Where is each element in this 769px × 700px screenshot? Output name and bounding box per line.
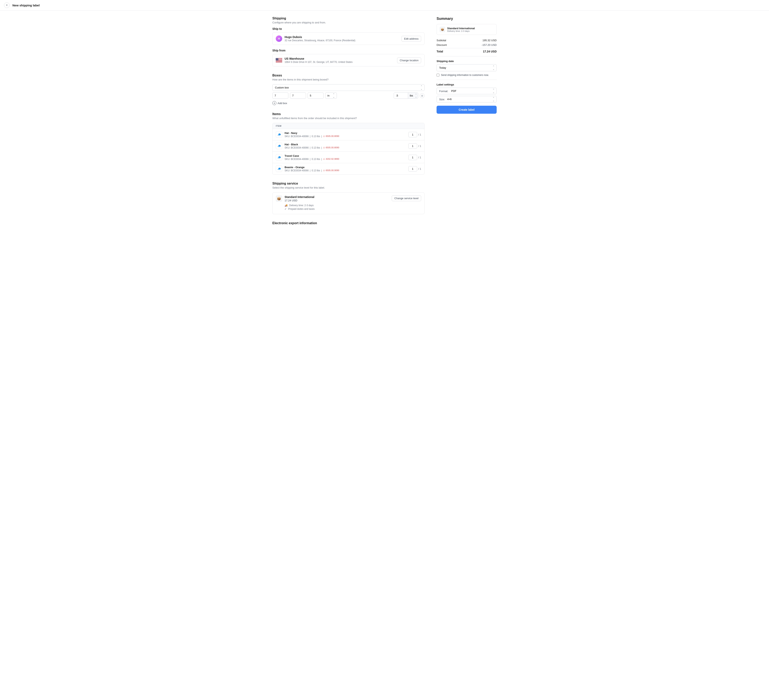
boxes-title: Boxes xyxy=(272,74,425,77)
service-icon: 📦 xyxy=(276,195,282,202)
item-weight: 0.13 lbs xyxy=(312,158,320,161)
meta-sep1: | xyxy=(310,135,310,138)
item-sku: SKU: BCE0034-40066 xyxy=(285,135,309,138)
us-flag-icon: ★ ★ ★ ★ ★ ★ ★ ★ ★ ★ ★ ★ ★ ★ ★ ★ ★ xyxy=(276,58,282,63)
shipping-title: Shipping xyxy=(272,17,425,20)
item-name: Hat - Navy xyxy=(285,132,406,135)
qty-wrapper: / 1 xyxy=(408,166,421,172)
ship-from-card: ★ ★ ★ ★ ★ ★ ★ ★ ★ ★ ★ ★ ★ ★ ★ ★ ★ US War… xyxy=(272,54,425,66)
meta-sep1: | xyxy=(310,169,310,172)
qty-input[interactable] xyxy=(408,155,417,160)
qty-wrapper: / 1 xyxy=(408,155,421,160)
qty-total: / 1 xyxy=(418,156,421,159)
item-name: Travel Case xyxy=(285,154,406,157)
qty-total: / 1 xyxy=(418,144,421,148)
shipping-date-label: Shipping date xyxy=(436,59,497,63)
item-warning: ⚠ 6505.00.9090 xyxy=(323,169,339,172)
unit-select[interactable]: in cm xyxy=(325,93,337,98)
size-select-wrapper: Size: 4×6 8.5×11 ⌃⌄ xyxy=(436,96,497,103)
subtotal-label: Subtotal xyxy=(436,39,446,42)
item-icon: 🧢 xyxy=(276,143,282,149)
item-icon: 🧢 xyxy=(276,165,282,172)
subtotal-line: Subtotal 195.32 USD xyxy=(436,39,497,42)
create-label-button[interactable]: Create label xyxy=(436,106,497,114)
ship-to-label: Ship to xyxy=(272,27,425,31)
edit-address-button[interactable]: Edit address xyxy=(402,36,421,42)
height-input[interactable] xyxy=(290,93,306,99)
check-icon: ✓ xyxy=(285,207,286,210)
summary-service-name: Standard International xyxy=(447,27,475,30)
qty-input[interactable] xyxy=(408,166,417,172)
item-name: Hat - Black xyxy=(285,143,406,146)
boxes-section: Boxes How are the items in this shipment… xyxy=(272,74,425,105)
summary-title: Summary xyxy=(436,17,497,21)
shipping-section: Shipping Configure where you are shippin… xyxy=(272,17,425,66)
item-warning: ⚠ 6505.00.8090 xyxy=(323,146,339,149)
service-card: 📦 Standard International 17.24 USD Chang… xyxy=(272,193,425,214)
summary-service-icon: 📦 xyxy=(439,27,445,32)
customer-address: 32 rue Descartes, Strasbourg, Alsace, 67… xyxy=(285,39,399,42)
qty-total: / 1 xyxy=(418,133,421,136)
item-details: Hat - Black SKU: BCE0034-40066 | 0.13 lb… xyxy=(285,143,406,149)
items-table: ITEM 🧢 Hat - Navy SKU: BCE0034-40066 | 0… xyxy=(272,123,425,175)
item-meta: SKU: BCE0034-40066 | 0.13 lbs | ⚠ 6505.0… xyxy=(285,135,406,138)
items-title: Items xyxy=(272,112,425,116)
width-input[interactable] xyxy=(272,93,288,99)
left-panel: Shipping Configure where you are shippin… xyxy=(272,17,436,232)
item-meta: SKU: BCE0034-40066 | 0.13 lbs | ⚠ 6505.0… xyxy=(285,146,406,149)
warehouse-info: US Warehouse 1664 S Dixie Drive H 107, S… xyxy=(285,57,395,63)
discount-line: Discount -157.20 USD xyxy=(436,43,497,47)
item-details: Travel Case SKU: BCE0034-40066 | 0.13 lb… xyxy=(285,154,406,161)
item-sku: SKU: BCE0034-40066 xyxy=(285,169,309,172)
summary-service-info: Standard International Delivery time: 2-… xyxy=(447,27,475,32)
size-select[interactable]: 4×6 8.5×11 xyxy=(437,96,496,102)
svg-rect-4 xyxy=(276,61,282,61)
add-box-label: Add box xyxy=(278,102,287,105)
qty-wrapper: / 1 xyxy=(408,143,421,149)
svg-rect-5 xyxy=(276,61,282,61)
remove-box-button[interactable]: ⊗ xyxy=(420,93,425,98)
item-icon: 🧢 xyxy=(276,154,282,161)
meta-sep1: | xyxy=(310,146,310,149)
add-box-plus-icon: + xyxy=(272,101,276,105)
close-button[interactable]: × xyxy=(4,2,10,8)
total-label: Total xyxy=(436,50,443,53)
format-select[interactable]: PDF PNG ZPL xyxy=(437,88,496,94)
shipping-date-select[interactable]: Today Tomorrow Custom xyxy=(437,64,496,71)
service-info: Standard International 17.24 USD xyxy=(285,195,389,202)
meta-sep2: | xyxy=(321,135,322,138)
box-type-select[interactable]: Custom box Letter Flat Rate Box xyxy=(273,85,424,91)
meta-sep2: | xyxy=(321,169,322,172)
item-weight: 0.13 lbs xyxy=(312,135,320,138)
discount-label: Discount xyxy=(436,43,447,47)
change-location-button[interactable]: Change location xyxy=(397,58,421,63)
top-bar: × New shipping label xyxy=(0,0,769,11)
item-warning: ⚠ 6505.00.8090 xyxy=(323,135,339,138)
subtotal-value: 195.32 USD xyxy=(483,39,497,42)
item-details: Hat - Navy SKU: BCE0034-40066 | 0.13 lbs… xyxy=(285,132,406,138)
weight-input[interactable] xyxy=(394,93,408,98)
add-box-button[interactable]: + Add box xyxy=(272,101,287,105)
item-weight: 0.13 lbs xyxy=(312,146,320,149)
weight-input-wrapper: lbs kg oz ⌃⌄ xyxy=(394,93,418,99)
send-info-label: Send shipping information to customers n… xyxy=(441,74,489,77)
item-meta: SKU: BCE0034-40066 | 0.13 lbs | ⚠ 4202.9… xyxy=(285,158,406,161)
qty-input[interactable] xyxy=(408,132,417,137)
shipping-service-subtitle: Select the shipping service level for th… xyxy=(272,186,425,189)
warehouse-address: 1664 S Dixie Drive H 107, St. George, UT… xyxy=(285,61,395,63)
qty-input[interactable] xyxy=(408,143,417,149)
send-info-checkbox[interactable] xyxy=(436,74,439,77)
qty-wrapper: / 1 xyxy=(408,132,421,137)
item-sku: SKU: BCE0034-40066 xyxy=(285,146,309,149)
dimensions-row: in cm ⌃⌄ lbs kg oz ⌃⌄ xyxy=(272,93,425,99)
length-input[interactable] xyxy=(307,93,323,99)
item-details: Beanie - Orange SKU: BCE0034-40066 | 0.1… xyxy=(285,166,406,172)
delivery-time-detail: 🚚 Delivery time: 2-3 days xyxy=(285,204,421,207)
shipping-subtitle: Configure where you are shipping to and … xyxy=(272,21,425,24)
change-service-level-button[interactable]: Change service level xyxy=(392,195,421,201)
meta-sep1: | xyxy=(310,158,310,161)
discount-value: -157.20 USD xyxy=(482,43,497,47)
service-name: Standard International xyxy=(285,195,389,199)
weight-unit-select[interactable]: lbs kg oz xyxy=(408,93,418,98)
main-layout: Shipping Configure where you are shippin… xyxy=(264,11,505,238)
